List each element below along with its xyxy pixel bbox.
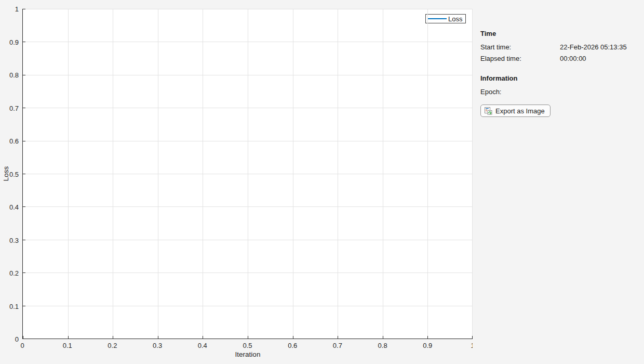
- gridline-y: [23, 272, 473, 273]
- tick-x: [113, 336, 113, 339]
- training-progress-window: Loss 00.10.20.30.40.50.60.70.80.91 Loss …: [0, 0, 644, 364]
- gridline-y: [23, 141, 473, 141]
- legend: Loss: [425, 14, 466, 23]
- tick-y: [23, 42, 25, 42]
- tick-y: [23, 174, 25, 174]
- start-time-label: Start time:: [480, 43, 560, 51]
- plot-area: Loss: [22, 9, 473, 339]
- x-tick-label: 0.9: [423, 342, 432, 349]
- x-tick-label: 0.4: [198, 342, 207, 349]
- gridline-y: [23, 9, 473, 9]
- tick-x: [293, 336, 293, 339]
- tick-x: [158, 336, 158, 339]
- x-tick-label: 0.8: [378, 342, 387, 349]
- export-button-label: Export as Image: [495, 107, 545, 115]
- x-tick-label: 0.2: [108, 342, 117, 349]
- y-tick-label: 0: [15, 335, 19, 343]
- y-tick-label: 0.6: [9, 137, 19, 145]
- epoch-label: Epoch:: [480, 87, 560, 96]
- tick-x: [427, 336, 428, 339]
- y-tick-label: 0.4: [9, 203, 19, 211]
- export-image-icon: [484, 107, 492, 115]
- y-tick-label: 0.2: [9, 269, 19, 277]
- tick-y: [23, 141, 25, 141]
- export-as-image-button[interactable]: Export as Image: [480, 105, 551, 117]
- start-time-row: Start time: 22-Feb-2026 05:13:35: [480, 43, 634, 51]
- y-tick-label: 0.7: [9, 104, 19, 112]
- gridline-y: [23, 240, 473, 240]
- y-tick-labels: 00.10.20.30.40.50.60.70.80.91: [0, 9, 20, 339]
- gridline-y: [23, 108, 473, 108]
- legend-line-sample: [428, 18, 447, 19]
- x-tick-label: 0.1: [63, 342, 72, 349]
- x-tick-label: 0.7: [333, 342, 342, 349]
- y-tick-label: 0.8: [9, 71, 19, 79]
- info-panel: Time Start time: 22-Feb-2026 05:13:35 El…: [473, 0, 644, 364]
- x-tick-labels: 00.10.20.30.40.50.60.70.80.91: [22, 342, 473, 350]
- section-gap: [480, 66, 634, 75]
- gridline-y: [23, 42, 473, 42]
- tick-x: [383, 336, 383, 339]
- gridline-y: [23, 206, 473, 207]
- y-tick-label: 1: [15, 5, 19, 13]
- tick-y: [23, 108, 25, 108]
- gridline-y: [23, 75, 473, 75]
- information-section-heading: Information: [480, 75, 634, 82]
- tick-y: [23, 240, 25, 240]
- y-tick-label: 0.9: [9, 38, 19, 46]
- x-tick-label: 0.6: [288, 342, 297, 349]
- tick-y: [23, 75, 25, 75]
- epoch-row: Epoch:: [480, 87, 634, 96]
- x-axis-label: Iteration: [235, 350, 261, 358]
- y-tick-label: 0.5: [9, 170, 19, 178]
- gridline-y: [23, 306, 473, 306]
- elapsed-time-value: 00:00:00: [560, 54, 634, 63]
- tick-y: [23, 339, 25, 339]
- tick-x: [338, 336, 338, 339]
- gridline-y: [23, 174, 473, 174]
- elapsed-time-row: Elapsed time: 00:00:00: [480, 54, 634, 63]
- y-tick-label: 0.3: [9, 236, 19, 244]
- tick-x: [68, 336, 69, 339]
- tick-y: [23, 206, 25, 207]
- time-section-heading: Time: [480, 30, 634, 37]
- x-tick-label: 0: [20, 342, 24, 349]
- y-tick-label: 0.1: [9, 302, 19, 310]
- x-tick-label: 0.3: [153, 342, 162, 349]
- tick-y: [23, 9, 25, 9]
- start-time-value: 22-Feb-2026 05:13:35: [560, 43, 634, 51]
- tick-y: [23, 306, 25, 306]
- epoch-value: [560, 87, 634, 96]
- elapsed-time-label: Elapsed time:: [480, 54, 560, 63]
- x-tick-label: 0.5: [243, 342, 252, 349]
- tick-x: [248, 336, 248, 339]
- tick-y: [23, 272, 25, 273]
- tick-x: [203, 336, 203, 339]
- legend-label: Loss: [448, 15, 462, 23]
